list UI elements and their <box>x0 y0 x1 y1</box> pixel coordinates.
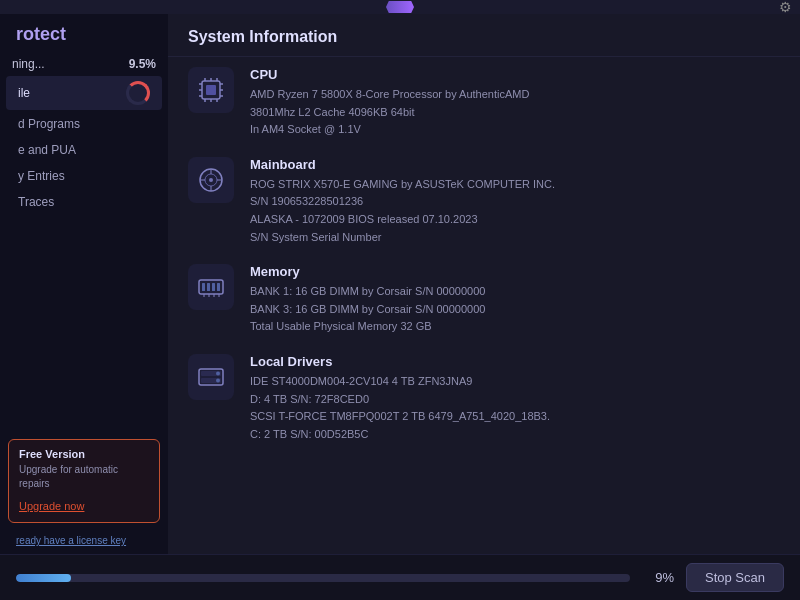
cpu-text: CPU AMD Ryzen 7 5800X 8-Core Processor b… <box>250 67 529 139</box>
sidebar-item-file[interactable]: ile <box>6 76 162 110</box>
svg-point-32 <box>216 371 220 375</box>
svg-rect-25 <box>217 283 220 291</box>
scan-status-row: ning... 9.5% <box>0 53 168 75</box>
mainboard-lines: ROG STRIX X570-E GAMING by ASUSTeK COMPU… <box>250 176 555 246</box>
drivers-heading: Local Drivers <box>250 354 550 369</box>
cpu-icon <box>188 67 234 113</box>
mainboard-text: Mainboard ROG STRIX X570-E GAMING by ASU… <box>250 157 555 246</box>
sidebar-item-entries-label: y Entries <box>18 169 65 183</box>
cpu-heading: CPU <box>250 67 529 82</box>
upgrade-desc: Upgrade for automatic repairs <box>19 463 149 491</box>
memory-heading: Memory <box>250 264 485 279</box>
settings-icon[interactable]: ⚙ <box>779 0 792 15</box>
sidebar: rotect ning... 9.5% ile d Programs e and… <box>0 14 168 554</box>
memory-icon <box>188 264 234 310</box>
svg-point-16 <box>209 178 213 182</box>
cpu-lines: AMD Ryzen 7 5800X 8-Core Processor by Au… <box>250 86 529 139</box>
memory-section: Memory BANK 1: 16 GB DIMM by Corsair S/N… <box>188 264 780 336</box>
content-header: System Information <box>168 14 800 57</box>
stop-scan-button[interactable]: Stop Scan <box>686 563 784 592</box>
scan-percent: 9.5% <box>129 57 156 71</box>
sidebar-item-traces-label: Traces <box>18 195 54 209</box>
app-title: rotect <box>0 24 168 53</box>
progress-bar-fill <box>16 574 71 582</box>
logo-shield <box>386 1 414 13</box>
drivers-text: Local Drivers IDE ST4000DM004-2CV104 4 T… <box>250 354 550 443</box>
progress-bar-background <box>16 574 630 582</box>
main-layout: rotect ning... 9.5% ile d Programs e and… <box>0 14 800 554</box>
cpu-section: CPU AMD Ryzen 7 5800X 8-Core Processor b… <box>188 67 780 139</box>
drivers-lines: IDE ST4000DM004-2CV104 4 TB ZFN3JNA9D: 4… <box>250 373 550 443</box>
sidebar-item-programs[interactable]: d Programs <box>6 112 162 136</box>
progress-percent: 9% <box>642 570 674 585</box>
upgrade-link[interactable]: Upgrade now <box>19 500 84 512</box>
sidebar-item-file-label: ile <box>18 86 30 100</box>
top-bar: ⚙ <box>0 0 800 14</box>
content-area: System Information <box>168 14 800 554</box>
drivers-icon <box>188 354 234 400</box>
license-link[interactable]: ready have a license key <box>0 531 168 554</box>
svg-rect-22 <box>202 283 205 291</box>
sidebar-item-pua-label: e and PUA <box>18 143 76 157</box>
drivers-section: Local Drivers IDE ST4000DM004-2CV104 4 T… <box>188 354 780 443</box>
svg-rect-24 <box>212 283 215 291</box>
memory-lines: BANK 1: 16 GB DIMM by Corsair S/N 000000… <box>250 283 485 336</box>
upgrade-title: Free Version <box>19 448 149 460</box>
mainboard-heading: Mainboard <box>250 157 555 172</box>
mainboard-section: Mainboard ROG STRIX X570-E GAMING by ASU… <box>188 157 780 246</box>
upgrade-box: Free Version Upgrade for automatic repai… <box>8 439 160 523</box>
logo <box>386 1 414 13</box>
svg-rect-1 <box>206 85 216 95</box>
sidebar-item-pua[interactable]: e and PUA <box>6 138 162 162</box>
scan-label: ning... <box>12 57 45 71</box>
svg-rect-23 <box>207 283 210 291</box>
svg-point-34 <box>216 378 220 382</box>
memory-text: Memory BANK 1: 16 GB DIMM by Corsair S/N… <box>250 264 485 336</box>
scan-spinner <box>126 81 150 105</box>
sidebar-item-entries[interactable]: y Entries <box>6 164 162 188</box>
bottom-bar: 9% Stop Scan <box>0 554 800 600</box>
sidebar-item-programs-label: d Programs <box>18 117 80 131</box>
info-scroll[interactable]: CPU AMD Ryzen 7 5800X 8-Core Processor b… <box>168 57 800 554</box>
mainboard-icon <box>188 157 234 203</box>
sidebar-item-traces[interactable]: Traces <box>6 190 162 214</box>
